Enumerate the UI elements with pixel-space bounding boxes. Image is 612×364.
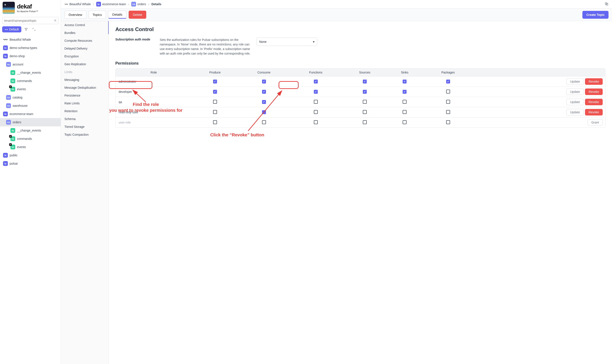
tree-item-events-2[interactable]: to events <box>0 143 61 151</box>
settings-persistence[interactable]: Persistence <box>61 91 109 99</box>
tab-details[interactable]: Details <box>108 11 126 19</box>
sparkle-icon: ✦ <box>4 3 7 7</box>
revoke-button[interactable]: Revoke <box>585 109 603 116</box>
checkbox-produce[interactable] <box>213 79 217 83</box>
settings-limits[interactable]: Limits <box>61 68 109 76</box>
update-button[interactable]: Update <box>566 109 584 116</box>
auth-mode-select[interactable]: None ▾ <box>256 38 317 46</box>
filter-icon[interactable] <box>23 26 29 32</box>
default-button[interactable]: ⊶ Default <box>2 26 21 32</box>
checkbox-consume[interactable] <box>262 110 266 114</box>
checkbox-produce[interactable] <box>213 90 217 94</box>
settings-geo[interactable]: Geo Replication <box>61 60 109 68</box>
create-topic-button[interactable]: Create Topic <box>582 11 609 19</box>
tree-item-events[interactable]: to events <box>0 85 61 93</box>
expand-icon[interactable] <box>31 26 37 32</box>
checkbox-consume[interactable] <box>262 79 266 83</box>
settings-compute[interactable]: Compute Resources <box>61 37 109 45</box>
revoke-button[interactable]: Revoke <box>585 78 603 85</box>
tree-item-demo-shop[interactable]: te demo-shop <box>0 52 61 60</box>
checkbox-sinks[interactable] <box>403 110 407 114</box>
checkbox-packages[interactable] <box>446 90 450 93</box>
search-input-container[interactable]: ✕ <box>2 17 58 24</box>
search-input[interactable] <box>4 19 54 22</box>
checkbox-produce[interactable] <box>213 120 217 124</box>
settings-bundles[interactable]: Bundles <box>61 29 109 37</box>
settings-schema[interactable]: Schema <box>61 115 109 123</box>
checkbox-functions[interactable] <box>314 110 318 114</box>
tree-item-ecommerce-team[interactable]: te ecommerce-team <box>0 110 61 118</box>
checkbox-sinks[interactable] <box>403 120 407 124</box>
namespace-badge: ns <box>6 95 11 100</box>
permissions-title: Permissions <box>115 61 605 66</box>
checkbox-sinks[interactable] <box>403 90 407 94</box>
checkbox-consume[interactable] <box>262 120 266 124</box>
annotation-click-revoke: Click the “Revoke” button <box>200 132 274 138</box>
tree-label: events <box>17 145 26 149</box>
tree-item-account[interactable]: ns account <box>0 60 61 68</box>
tree-item-change-events-2[interactable]: to __change_events <box>0 126 61 135</box>
checkbox-functions[interactable] <box>314 100 318 104</box>
checkbox-sinks[interactable] <box>403 79 407 83</box>
checkbox-sources[interactable] <box>363 120 367 124</box>
permissions-table: Role Produce Consume Functions Sources S… <box>115 68 605 128</box>
checkbox-sources[interactable] <box>363 100 367 104</box>
checkbox-sources[interactable] <box>363 90 367 94</box>
breadcrumb-namespace[interactable]: ns orders <box>131 2 146 7</box>
settings-compaction[interactable]: Topic Compaction <box>61 131 109 139</box>
tree-item-beautiful-whale[interactable]: 〰️ Beautiful Whale <box>0 35 61 44</box>
checkbox-packages[interactable] <box>446 79 450 83</box>
settings-encryption[interactable]: Encryption <box>61 52 109 60</box>
settings-messaging[interactable]: Messaging <box>61 76 109 84</box>
tab-delete[interactable]: Delete <box>129 11 146 19</box>
breadcrumb-tenant[interactable]: te ecommerce-team <box>96 2 126 7</box>
settings-delayed[interactable]: Delayed Delivery <box>61 45 109 52</box>
role-name: read-only-user <box>119 110 138 114</box>
checkbox-produce[interactable] <box>213 110 217 114</box>
tree-item-public[interactable]: te public <box>0 151 61 159</box>
revoke-button[interactable]: Revoke <box>585 99 603 105</box>
settings-tiered[interactable]: Tiered Storage <box>61 123 109 131</box>
tree-item-change-events[interactable]: to __change_events <box>0 68 61 77</box>
checkbox-sinks[interactable] <box>403 100 407 104</box>
revoke-button[interactable]: Revoke <box>585 89 603 95</box>
tree-item-catalog[interactable]: ns catalog <box>0 93 61 102</box>
tree-item-demo-schema[interactable]: te demo-schema-types <box>0 44 61 52</box>
settings-dedup[interactable]: Message Deduplication <box>61 84 109 91</box>
col-sources: Sources <box>342 68 388 77</box>
tab-overview[interactable]: Overview <box>64 11 86 19</box>
tree-item-pulsar[interactable]: te pulsar <box>0 159 61 168</box>
checkbox-packages[interactable] <box>446 120 450 124</box>
checkbox-produce[interactable] <box>213 100 217 104</box>
tree-item-warehouse[interactable]: ns warehouse <box>0 102 61 110</box>
checkbox-sources[interactable] <box>363 110 367 114</box>
table-row: qaUpdateRevoke <box>116 97 605 107</box>
tenant-badge: te <box>3 112 8 116</box>
select-value: None <box>259 40 266 43</box>
checkbox-consume[interactable] <box>262 90 266 94</box>
checkbox-packages[interactable] <box>446 110 450 114</box>
checkbox-packages[interactable] <box>446 100 450 104</box>
checkbox-functions[interactable] <box>314 120 318 124</box>
topic-badge: to <box>11 136 15 141</box>
content-panel: Access Control Subscription auth mode Se… <box>109 21 612 364</box>
update-button[interactable]: Update <box>566 99 584 105</box>
checkbox-sources[interactable] <box>363 79 367 83</box>
clear-icon[interactable]: ✕ <box>54 18 57 23</box>
checkbox-functions[interactable] <box>314 90 318 94</box>
settings-retention[interactable]: Retention <box>61 107 109 115</box>
tree-item-orders[interactable]: ns orders <box>0 118 61 126</box>
update-button[interactable]: Update <box>566 89 584 95</box>
tab-topics[interactable]: Topics <box>89 11 106 19</box>
update-button[interactable]: Update <box>566 78 584 85</box>
grant-button[interactable]: Grant <box>588 119 603 126</box>
checkbox-consume[interactable] <box>262 100 266 104</box>
tree-item-commands[interactable]: to commands <box>0 77 61 85</box>
copy-icon[interactable] <box>605 2 609 7</box>
tree-item-commands-2[interactable]: to commands <box>0 135 61 143</box>
settings-rate[interactable]: Rate Limits <box>61 99 109 107</box>
settings-access-control[interactable]: Access Control <box>61 21 109 29</box>
checkbox-functions[interactable] <box>314 79 318 83</box>
breadcrumb-whale[interactable]: 〰️ Beautiful Whale <box>64 2 91 6</box>
chevron-right-icon: › <box>148 2 149 6</box>
